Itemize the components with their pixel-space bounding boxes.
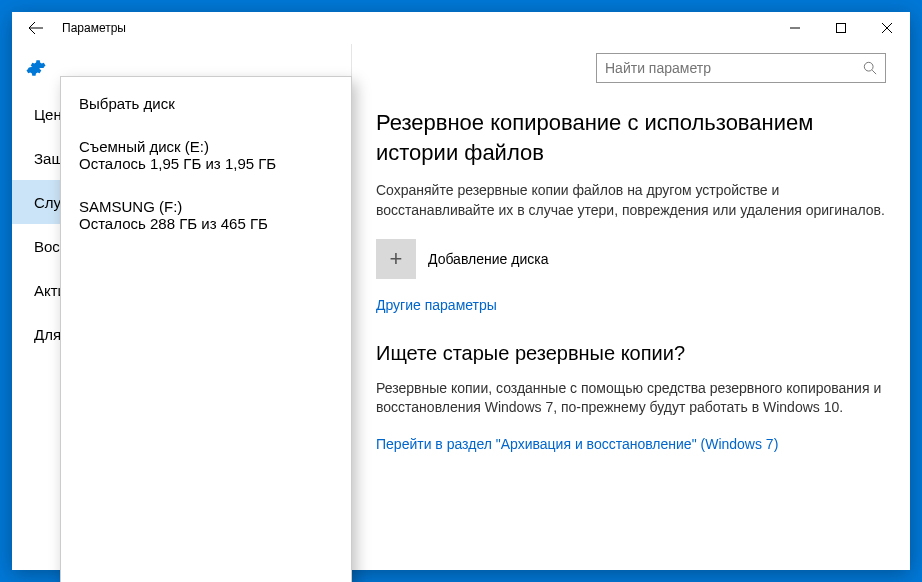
page-heading-2: Ищете старые резервные копии? <box>376 342 886 365</box>
page-paragraph-2: Резервные копии, созданные с помощью сре… <box>376 379 886 418</box>
disk-name: SAMSUNG (F:) <box>79 198 333 215</box>
search-input[interactable] <box>605 60 863 76</box>
disk-item-1[interactable]: SAMSUNG (F:) Осталось 288 ГБ из 465 ГБ <box>79 198 333 232</box>
win7-backup-link[interactable]: Перейти в раздел "Архивация и восстановл… <box>376 436 778 452</box>
popup-title: Выбрать диск <box>79 95 333 112</box>
window-controls <box>772 12 910 44</box>
search-icon <box>863 61 877 75</box>
search-row <box>376 44 886 92</box>
window-title: Параметры <box>62 21 126 35</box>
more-options-link[interactable]: Другие параметры <box>376 297 497 313</box>
back-arrow-icon <box>27 19 45 37</box>
select-disk-popup: Выбрать диск Съемный диск (E:) Осталось … <box>60 76 352 582</box>
svg-rect-0 <box>837 24 846 33</box>
page-heading: Резервное копирование с использованием и… <box>376 108 886 167</box>
add-disk-row[interactable]: + Добавление диска <box>376 239 886 279</box>
gear-icon[interactable] <box>12 58 60 78</box>
right-column: Резервное копирование с использованием и… <box>352 44 910 570</box>
window-body: Центр Защи Служ Восс Акти Для р Резервно… <box>12 44 910 570</box>
minimize-icon <box>790 23 800 33</box>
main-content: Резервное копирование с использованием и… <box>376 92 886 570</box>
disk-item-0[interactable]: Съемный диск (E:) Осталось 1,95 ГБ из 1,… <box>79 138 333 172</box>
close-button[interactable] <box>864 12 910 44</box>
gear-icon-svg <box>26 58 46 78</box>
minimize-button[interactable] <box>772 12 818 44</box>
disk-name: Съемный диск (E:) <box>79 138 333 155</box>
settings-window: Параметры Центр Защи Служ В <box>12 12 910 570</box>
titlebar: Параметры <box>12 12 910 44</box>
back-button[interactable] <box>20 12 52 44</box>
disk-free: Осталось 288 ГБ из 465 ГБ <box>79 215 333 232</box>
add-disk-label: Добавление диска <box>428 251 548 267</box>
svg-point-1 <box>864 62 873 71</box>
plus-icon: + <box>376 239 416 279</box>
maximize-icon <box>836 23 846 33</box>
search-box[interactable] <box>596 53 886 83</box>
maximize-button[interactable] <box>818 12 864 44</box>
disk-free: Осталось 1,95 ГБ из 1,95 ГБ <box>79 155 333 172</box>
close-icon <box>882 23 892 33</box>
page-paragraph: Сохраняйте резервные копии файлов на дру… <box>376 181 886 220</box>
